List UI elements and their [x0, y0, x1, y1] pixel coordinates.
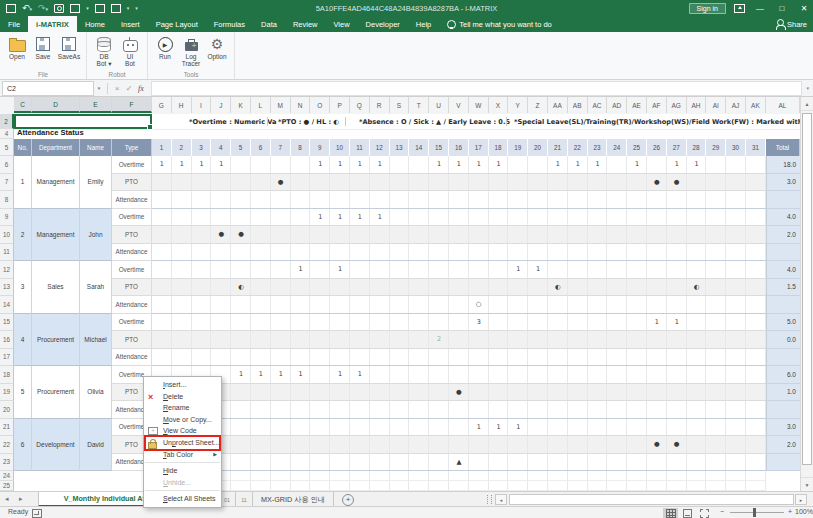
- employee-name-cell[interactable]: Emily: [80, 156, 112, 209]
- row-header-16[interactable]: 16: [0, 331, 14, 349]
- column-header-AJ[interactable]: AJ: [726, 97, 746, 113]
- day-cells-row[interactable]: ●: [152, 384, 766, 402]
- day-cells-row[interactable]: [152, 244, 766, 262]
- menu-item-insert[interactable]: Insert...: [144, 379, 221, 391]
- column-header-AA[interactable]: AA: [548, 97, 568, 113]
- total-cell[interactable]: 6.0: [766, 366, 800, 384]
- type-cell-pto[interactable]: PTO: [112, 331, 152, 349]
- day-cells-row[interactable]: 1111: [152, 261, 766, 279]
- employee-no-cell[interactable]: 4: [14, 314, 32, 367]
- ribbon-tab-help[interactable]: Help: [408, 16, 439, 32]
- day-cells-row[interactable]: [152, 191, 766, 209]
- name-box[interactable]: C2: [2, 81, 94, 96]
- type-cell-overtime[interactable]: Overtime: [112, 156, 152, 174]
- row-header-19[interactable]: 19: [0, 384, 14, 402]
- column-header-Y[interactable]: Y: [508, 97, 528, 113]
- type-cell-pto[interactable]: PTO: [112, 279, 152, 297]
- selected-cell-C2[interactable]: [14, 114, 152, 129]
- total-cell[interactable]: [766, 296, 800, 314]
- ui-bot-button[interactable]: UI Bot: [117, 35, 143, 69]
- tell-me-box[interactable]: Tell me what you want to do: [439, 16, 560, 32]
- employee-name-cell[interactable]: Michael: [80, 314, 112, 367]
- normal-view-button[interactable]: [663, 508, 678, 518]
- row-header-15[interactable]: 15: [0, 314, 14, 332]
- column-header-K[interactable]: K: [231, 97, 251, 113]
- column-header-E[interactable]: E: [80, 97, 112, 113]
- row-header-18[interactable]: 18: [0, 366, 14, 384]
- table-header-name[interactable]: Name: [80, 139, 112, 156]
- day-header-11[interactable]: 11: [350, 139, 370, 156]
- empty-row[interactable]: [152, 471, 766, 481]
- maximize-button[interactable]: □: [775, 4, 789, 13]
- vertical-scroll-thumb[interactable]: [802, 113, 812, 465]
- day-header-12[interactable]: 12: [370, 139, 390, 156]
- column-header-N[interactable]: N: [291, 97, 311, 113]
- column-header-P[interactable]: P: [330, 97, 350, 113]
- row-header-25[interactable]: 25: [0, 481, 14, 491]
- share-button[interactable]: Share: [777, 16, 807, 32]
- day-header-30[interactable]: 30: [726, 139, 746, 156]
- total-cell[interactable]: 0.0: [766, 331, 800, 349]
- zoom-out-button[interactable]: −: [720, 508, 724, 515]
- row-header-10[interactable]: 10: [0, 226, 14, 244]
- row-header-8[interactable]: 8: [0, 191, 14, 209]
- total-cell[interactable]: 2.0: [766, 436, 800, 454]
- total-cell[interactable]: 4.0: [766, 209, 800, 227]
- run-button[interactable]: ▶Run: [152, 35, 178, 61]
- type-cell-overtime[interactable]: Overtime: [112, 314, 152, 332]
- type-cell-overtime[interactable]: Overtime: [112, 209, 152, 227]
- column-header-Z[interactable]: Z: [528, 97, 548, 113]
- menu-item-delete[interactable]: Delete×: [144, 391, 221, 403]
- column-header-V[interactable]: V: [449, 97, 469, 113]
- column-header-T[interactable]: T: [409, 97, 429, 113]
- total-cell[interactable]: [766, 191, 800, 209]
- column-header-L[interactable]: L: [251, 97, 271, 113]
- type-cell-overtime[interactable]: Overtime: [112, 261, 152, 279]
- day-header-23[interactable]: 23: [588, 139, 608, 156]
- camera-icon[interactable]: [54, 4, 64, 13]
- column-header-F[interactable]: F: [112, 97, 152, 113]
- type-cell-attendance[interactable]: Attendance: [112, 296, 152, 314]
- new-sheet-button[interactable]: +: [342, 494, 354, 506]
- sheet-tab-mx-grid[interactable]: MX-GRID 사용 안내: [253, 492, 334, 507]
- page-layout-view-button[interactable]: [680, 508, 695, 518]
- ribbon-tab-page-layout[interactable]: Page Layout: [148, 16, 206, 32]
- enter-icon[interactable]: ✓: [123, 84, 135, 93]
- day-cells-row[interactable]: 111: [152, 419, 766, 437]
- column-header-M[interactable]: M: [271, 97, 291, 113]
- copy-window-icon[interactable]: [95, 4, 105, 13]
- menu-item-unprotect-sheet[interactable]: Unprotect Sheet...: [144, 437, 221, 449]
- day-header-6[interactable]: 6: [251, 139, 271, 156]
- employee-no-cell[interactable]: 5: [14, 366, 32, 419]
- day-header-17[interactable]: 17: [469, 139, 489, 156]
- insert-function-icon[interactable]: fx: [135, 84, 147, 93]
- row-header-23[interactable]: 23: [0, 454, 14, 472]
- day-header-10[interactable]: 10: [330, 139, 350, 156]
- day-cells-row[interactable]: ●●: [152, 226, 766, 244]
- day-header-18[interactable]: 18: [489, 139, 509, 156]
- employee-department-cell[interactable]: Procurement: [32, 366, 80, 419]
- employee-name-cell[interactable]: John: [80, 209, 112, 262]
- day-header-21[interactable]: 21: [548, 139, 568, 156]
- column-header-S[interactable]: S: [390, 97, 410, 113]
- column-header-U[interactable]: U: [429, 97, 449, 113]
- day-header-5[interactable]: 5: [231, 139, 251, 156]
- window-icon[interactable]: [111, 4, 121, 13]
- menu-item-select-all-sheets[interactable]: Select All Sheets: [144, 493, 221, 505]
- redo-icon[interactable]: ↷▾: [38, 3, 48, 14]
- employee-no-cell[interactable]: 3: [14, 261, 32, 314]
- row-header-21[interactable]: 21: [0, 419, 14, 437]
- day-cells-row[interactable]: 311: [152, 314, 766, 332]
- row-header-9[interactable]: 9: [0, 209, 14, 227]
- column-header-AD[interactable]: AD: [607, 97, 627, 113]
- db-bot-button[interactable]: DB Bot ▾: [91, 35, 117, 69]
- day-header-14[interactable]: 14: [409, 139, 429, 156]
- sign-in-button[interactable]: Sign in: [689, 3, 726, 14]
- day-cells-row[interactable]: 1111: [152, 209, 766, 227]
- day-cells-row[interactable]: ◐◐◐: [152, 279, 766, 297]
- column-header-R[interactable]: R: [370, 97, 390, 113]
- row-header-20[interactable]: 20: [0, 401, 14, 419]
- minimize-button[interactable]: —: [753, 4, 767, 13]
- menu-item-rename[interactable]: Rename: [144, 402, 221, 414]
- day-header-1[interactable]: 1: [152, 139, 172, 156]
